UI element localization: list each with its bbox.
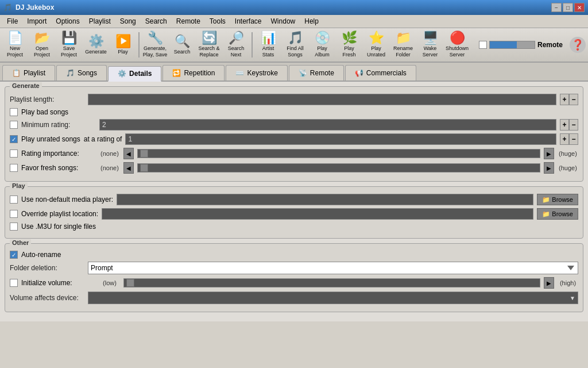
toolbar-btn-play-album[interactable]: 💿Play Album [310,30,335,60]
menu-item-options[interactable]: Options [51,16,84,26]
override-playlist-label: Override playlist location: [21,210,98,218]
toolbar-label-generate-play-save: Generate, Play, Save [143,45,167,58]
toolbar-btn-generate[interactable]: ⚙️Generate [83,30,109,60]
non-default-player-checkbox[interactable] [10,195,18,204]
favor-fresh-thumb[interactable] [140,164,148,172]
minimum-rating-minus[interactable]: − [569,119,578,131]
override-playlist-checkbox[interactable] [10,210,18,218]
toolbar-btn-new-project[interactable]: 📄New Project [2,30,28,60]
play-bad-songs-label: Play bad songs [21,108,68,116]
favor-fresh-track[interactable] [137,163,540,172]
playlist-length-input[interactable] [88,94,556,105]
non-default-player-browse[interactable]: 📁 Browse [537,194,578,205]
play-bad-songs-checkbox[interactable] [10,108,18,116]
toolbar-icon-wake-server: 🖥️ [423,32,438,44]
menu-item-song[interactable]: Song [115,16,141,26]
tab-repetition[interactable]: 🔁Repetition [163,65,225,80]
use-m3u-checkbox[interactable] [10,223,18,231]
at-rating-minus[interactable]: − [569,133,578,145]
playlist-length-minus[interactable]: − [569,94,578,105]
volume-affects-dropdown[interactable]: ▼ [88,292,578,304]
maximize-button[interactable]: □ [563,3,573,12]
menu-item-window[interactable]: Window [266,16,300,26]
close-button[interactable]: ✕ [574,3,585,12]
menu-item-playlist[interactable]: Playlist [84,16,115,26]
minimum-rating-plus[interactable]: + [560,119,569,131]
menu-item-search[interactable]: Search [141,16,172,26]
folder-deletion-dropdown[interactable]: Prompt Always Never Ask [88,262,578,274]
auto-rename-checkbox[interactable]: ✓ [10,251,18,259]
override-playlist-browse[interactable]: 📁 Browse [537,208,578,220]
volume-track[interactable] [489,41,535,49]
toolbar-btn-save-project[interactable]: 💾Save Project [56,30,82,60]
tab-details[interactable]: ⚙️Details [108,66,161,82]
help-button[interactable]: ❓ [570,37,586,53]
use-m3u-row: Use .M3U for single files [10,223,578,231]
toolbar-btn-search[interactable]: 🔍Search [169,30,195,60]
playlist-length-plusminus: + − [560,94,578,105]
toolbar-btn-play-fresh[interactable]: 🌿Play Fresh [336,30,362,60]
use-m3u-label: Use .M3U for single files [21,223,96,231]
menu-item-file[interactable]: File [2,16,22,26]
minimum-rating-checkbox[interactable] [10,121,18,129]
window-controls: − □ ✕ [551,3,585,12]
menu-item-interface[interactable]: Interface [230,16,266,26]
toolbar-btn-wake-server[interactable]: 🖥️Wake Server [417,30,443,60]
toolbar-label-search-replace: Search & Replace [198,45,219,58]
tab-remote[interactable]: 📡Remote [289,65,344,80]
at-rating-plus[interactable]: + [560,133,569,145]
toolbar-btn-shutdown-server[interactable]: 🔴Shutdown Server [444,30,470,60]
menu-item-tools[interactable]: Tools [205,16,230,26]
favor-fresh-left-arrow[interactable]: ◀ [123,162,134,174]
rating-importance-thumb[interactable] [140,150,148,158]
volume-area: Remote ❓ [479,37,586,53]
minimum-rating-input[interactable] [99,119,556,131]
toolbar-btn-generate-play-save[interactable]: 🔧Generate, Play, Save [142,30,168,60]
minimum-rating-row: Minimum rating: + − [10,119,578,131]
titlebar: 🎵 DJ Jukebox − □ ✕ [0,0,588,15]
toolbar-btn-play[interactable]: ▶️Play [110,30,136,60]
other-title: Other [10,239,31,246]
toolbar-separator-5 [138,32,140,57]
menu-item-import[interactable]: Import [22,16,51,26]
initialize-volume-track[interactable] [123,278,540,288]
toolbar-btn-open-project[interactable]: 📂Open Project [29,30,55,60]
app-icon: 🎵 [3,3,12,12]
favor-fresh-label: Favor fresh songs: [21,164,96,172]
favor-fresh-checkbox[interactable] [10,164,18,172]
init-vol-right-arrow[interactable]: ▶ [544,277,554,289]
play-unrated-checkbox[interactable]: ✓ [10,135,18,143]
toolbar-btn-search-next[interactable]: 🔎Search Next [223,30,249,60]
rating-importance-right-arrow[interactable]: ▶ [544,148,554,159]
initialize-volume-thumb[interactable] [126,279,134,287]
rating-importance-left-arrow[interactable]: ◀ [123,148,134,159]
initialize-volume-checkbox[interactable] [10,279,18,287]
tab-playlist[interactable]: 📋Playlist [2,65,55,80]
remote-check[interactable] [479,41,487,49]
tab-songs[interactable]: 🎵Songs [56,65,107,80]
non-default-player-row: Use non-default media player: 📁 Browse [10,194,578,205]
rating-importance-checkbox[interactable] [10,150,18,158]
folder-deletion-label: Folder deletion: [10,264,84,272]
tab-commercials[interactable]: 📢Commercials [345,65,416,80]
toolbar-label-open-project: Open Project [34,45,50,58]
play-section: Play Use non-default media player: 📁 Bro… [5,186,583,239]
tab-label-remote: Remote [310,69,334,77]
minimize-button[interactable]: − [551,3,562,12]
toolbar-btn-artist-stats[interactable]: 📊Artist Stats [256,30,281,60]
toolbar-btn-rename-folder[interactable]: 📁Rename Folder [390,30,416,60]
toolbar-btn-find-all-songs[interactable]: 🎵Find All Songs [283,30,308,60]
toolbar-btn-play-unrated[interactable]: ⭐Play Unrated [363,30,389,60]
toolbar-icon-rename-folder: 📁 [396,32,411,44]
browse-icon-2: 📁 [542,210,550,218]
menu-item-help[interactable]: Help [300,16,323,26]
rating-importance-track[interactable] [137,149,540,158]
toolbar-btn-search-replace[interactable]: 🔄Search & Replace [196,30,222,60]
menu-item-remote[interactable]: Remote [172,16,205,26]
tab-keystroke[interactable]: ⌨️Keystroke [226,65,287,80]
rating-importance-none-label: (none) [99,150,120,157]
tabbar: 📋Playlist🎵Songs⚙️Details🔁Repetition⌨️Key… [0,63,588,82]
at-rating-input[interactable] [125,133,556,145]
playlist-length-plus[interactable]: + [560,94,569,105]
favor-fresh-right-arrow[interactable]: ▶ [544,162,554,174]
